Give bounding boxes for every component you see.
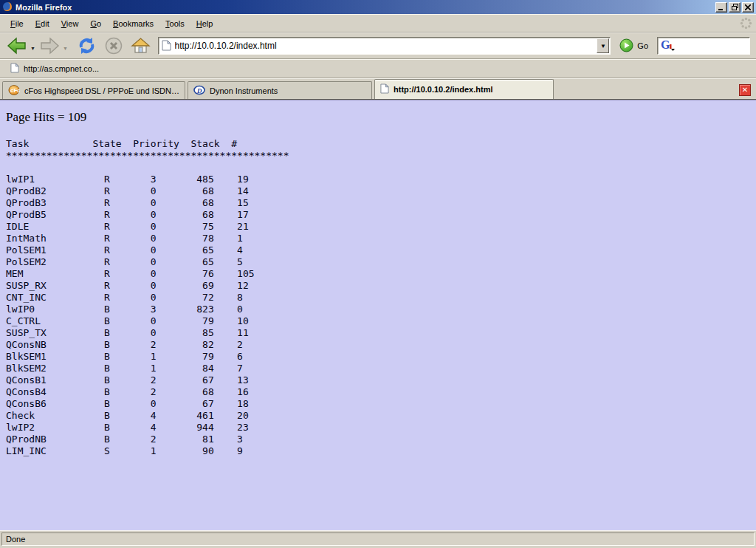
close-tab-button[interactable]: ✕: [739, 84, 751, 96]
menu-file[interactable]: File: [4, 16, 30, 31]
cfos-icon: cFos: [8, 84, 20, 97]
go-button[interactable]: [619, 38, 633, 54]
tab-label: cFos Highspeed DSL / PPPoE und ISDN CAP.…: [24, 86, 179, 95]
home-button[interactable]: [131, 36, 151, 55]
bookmark-item[interactable]: http://as.cmpnet.co...: [6, 61, 103, 76]
minimize-button[interactable]: [715, 2, 727, 13]
menubar: FileEditViewGoBookmarksToolsHelp: [0, 14, 756, 32]
google-logo-icon[interactable]: G: [660, 38, 675, 53]
throbber-icon: [740, 17, 752, 30]
close-window-button[interactable]: [742, 2, 754, 13]
firefox-logo-icon: [2, 1, 13, 13]
back-icon: [6, 36, 28, 55]
tab-dynon[interactable]: D Dynon Instruments: [188, 81, 372, 99]
page-icon: [380, 83, 389, 95]
tab-index-html[interactable]: http://10.0.10.2/index.html: [374, 79, 554, 99]
menu-edit[interactable]: Edit: [30, 16, 55, 31]
go-label[interactable]: Go: [637, 41, 648, 50]
browser-window: Mozilla Firefox FileEditViewGoBookmarksT…: [0, 0, 756, 548]
navigation-toolbar: ▼ ▼: [0, 32, 756, 59]
tab-label: http://10.0.10.2/index.html: [394, 85, 492, 94]
svg-text:cFos: cFos: [10, 87, 20, 94]
forward-dropdown[interactable]: ▼: [63, 46, 68, 51]
bookmark-label: http://as.cmpnet.co...: [24, 64, 99, 73]
tab-bar: cFos cFos Highspeed DSL / PPPoE und ISDN…: [0, 78, 756, 100]
page-hits-text: Page Hits = 109: [6, 110, 756, 125]
menu-help[interactable]: Help: [190, 16, 219, 31]
reload-icon: [77, 36, 97, 55]
menubar-items: FileEditViewGoBookmarksToolsHelp: [4, 16, 219, 31]
tab-cfos[interactable]: cFos cFos Highspeed DSL / PPPoE und ISDN…: [2, 81, 185, 99]
search-input[interactable]: [678, 39, 749, 52]
url-bar[interactable]: ▼: [158, 37, 611, 55]
svg-text:G: G: [661, 38, 670, 51]
page-icon: [10, 63, 19, 75]
back-button[interactable]: [6, 36, 28, 55]
stop-button[interactable]: [104, 36, 123, 55]
titlebar: Mozilla Firefox: [0, 0, 756, 14]
menu-go[interactable]: Go: [84, 16, 107, 31]
page-content: Page Hits = 109 Task State Priority Stac…: [0, 100, 756, 530]
bookmarks-toolbar: http://as.cmpnet.co...: [0, 59, 756, 78]
url-dropdown-button[interactable]: ▼: [597, 38, 609, 53]
restore-button[interactable]: [729, 2, 740, 13]
home-icon: [131, 36, 151, 55]
menu-view[interactable]: View: [55, 16, 85, 31]
forward-button[interactable]: [38, 36, 61, 55]
svg-text:D: D: [196, 86, 202, 94]
stop-icon: [104, 36, 123, 55]
menu-tools[interactable]: Tools: [159, 16, 190, 31]
dynon-icon: D: [193, 85, 205, 97]
reload-button[interactable]: [77, 36, 97, 55]
menu-bookmarks[interactable]: Bookmarks: [107, 16, 159, 31]
search-box[interactable]: G: [657, 37, 750, 55]
status-bar: Done: [0, 530, 756, 548]
window-title: Mozilla Firefox: [16, 3, 714, 12]
status-text: Done: [1, 532, 755, 546]
task-table: Task State Priority Stack # ************…: [6, 138, 756, 457]
tab-label: Dynon Instruments: [210, 86, 278, 95]
page-icon: [162, 40, 171, 52]
url-input[interactable]: [175, 39, 597, 52]
forward-icon: [38, 36, 61, 55]
go-icon: [619, 38, 633, 52]
back-dropdown[interactable]: ▼: [30, 46, 35, 51]
